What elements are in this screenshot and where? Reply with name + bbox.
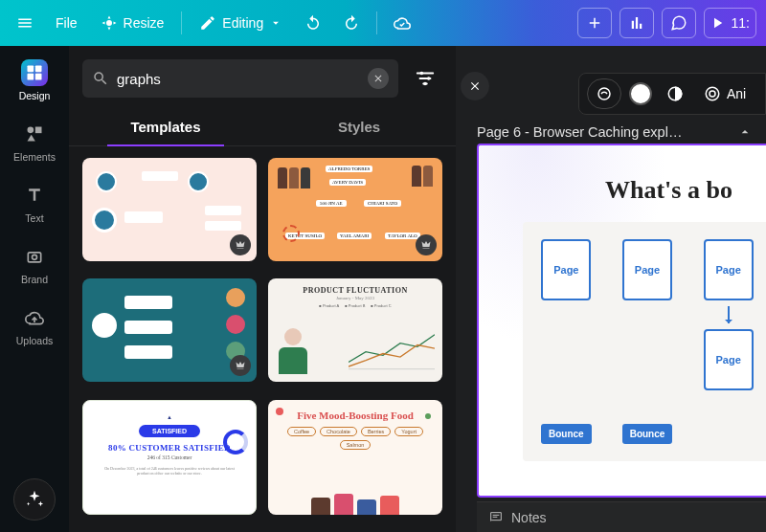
svg-point-4 xyxy=(28,127,34,134)
template-card[interactable] xyxy=(82,278,257,382)
search-input[interactable] xyxy=(117,71,360,87)
nav-brand-label: Brand xyxy=(21,274,48,285)
nav-text[interactable]: Text xyxy=(4,176,65,230)
thumb-subtitle: January - May 2023 xyxy=(276,296,435,300)
page-box: Page xyxy=(622,239,672,300)
notes-label: Notes xyxy=(511,510,547,525)
color-swatch[interactable] xyxy=(629,82,652,105)
divider xyxy=(181,11,182,34)
tab-styles[interactable]: Styles xyxy=(262,107,456,145)
filter-button[interactable] xyxy=(408,61,442,96)
search-box[interactable] xyxy=(82,59,398,98)
svg-point-12 xyxy=(598,88,610,100)
thumb-badge: SATISFIED xyxy=(139,425,200,437)
slide-title: What's a bo xyxy=(605,176,732,205)
svg-point-9 xyxy=(427,77,431,80)
thumb-title: PRODUCT FLUCTUATION xyxy=(276,286,435,295)
magic-button[interactable] xyxy=(13,478,56,521)
timer-label: 11: xyxy=(732,15,750,31)
page-label-row: Page 6 - Browser Caching expl… xyxy=(477,121,756,144)
chip: Yogurt xyxy=(394,427,423,436)
menu-button[interactable] xyxy=(8,6,42,40)
template-card[interactable]: ALFREDO TORRES AVERY DAVIS 500 JIN AE CH… xyxy=(268,158,442,261)
editing-mode[interactable]: Editing xyxy=(190,6,292,40)
svg-point-7 xyxy=(33,255,37,259)
add-button[interactable] xyxy=(577,8,612,38)
redo-button[interactable] xyxy=(334,6,369,40)
search-icon xyxy=(92,70,109,87)
cloud-sync-icon[interactable] xyxy=(385,6,419,40)
svg-rect-6 xyxy=(28,253,40,262)
analytics-button[interactable] xyxy=(620,8,654,38)
thumb-label: AVERY DAVIS xyxy=(329,179,366,186)
comment-button[interactable] xyxy=(662,8,696,38)
svg-rect-3 xyxy=(35,74,42,80)
thumb-label: 500 JIN AE xyxy=(316,200,347,207)
chip: Chocolate xyxy=(320,427,357,436)
page-box: Page xyxy=(541,239,591,300)
top-toolbar: File Resize Editing 11: xyxy=(0,0,766,46)
svg-rect-1 xyxy=(35,66,42,73)
svg-point-10 xyxy=(423,82,427,86)
bounce-label: Bounce xyxy=(541,424,592,444)
template-card[interactable]: ▲ SATISFIED 80% CUSTOMER SATISFIED 246 o… xyxy=(82,400,257,515)
editing-label: Editing xyxy=(222,15,263,31)
animate-label: Ani xyxy=(727,86,746,101)
template-card[interactable] xyxy=(82,158,257,261)
present-button[interactable]: 11: xyxy=(704,8,756,38)
template-card[interactable]: PRODUCT FLUCTUATION January - May 2023 ■… xyxy=(268,278,442,382)
left-nav: Design Elements Text Brand Uploads xyxy=(0,46,69,532)
page-box: Page xyxy=(704,329,754,390)
thumb-label: CHIAKI SATO xyxy=(364,200,401,207)
nav-uploads[interactable]: Uploads xyxy=(4,299,65,352)
resize-button[interactable]: Resize xyxy=(91,6,174,40)
chip: Salmon xyxy=(340,440,372,450)
nav-brand[interactable]: Brand xyxy=(4,237,65,291)
thumb-label: YAEL AMARI xyxy=(337,233,372,239)
clear-search-button[interactable] xyxy=(368,68,389,89)
diagram: Page Bounce Page Bounce Page Page xyxy=(523,222,766,461)
thumb-label: ALFREDO TORRES xyxy=(326,166,372,172)
nav-design-label: Design xyxy=(19,90,51,101)
svg-rect-2 xyxy=(28,74,34,80)
pro-badge-icon xyxy=(416,234,437,255)
close-panel-button[interactable] xyxy=(461,72,489,100)
design-panel: Templates Styles xyxy=(69,46,456,532)
pro-badge-icon xyxy=(230,234,251,255)
svg-rect-0 xyxy=(28,66,34,73)
nav-elements[interactable]: Elements xyxy=(4,115,65,168)
svg-rect-5 xyxy=(35,127,42,134)
thumb-title: Five Mood-Boosting Food xyxy=(278,410,433,421)
collapse-page-button[interactable] xyxy=(733,121,756,144)
notes-bar[interactable]: Notes xyxy=(477,501,766,532)
thumb-fine: On December 2023, a total of 246 custome… xyxy=(93,466,246,476)
context-toolbar: Ani xyxy=(578,73,766,115)
edit-shape-button[interactable] xyxy=(587,78,621,109)
transparency-button[interactable] xyxy=(660,78,690,109)
resize-label: Resize xyxy=(124,15,165,31)
chip: Berries xyxy=(361,427,391,436)
notes-icon xyxy=(488,510,504,525)
page-label: Page 6 - Browser Caching expl… xyxy=(477,124,682,140)
page-box: Page xyxy=(704,239,754,300)
thumb-sub: 246 of 315 Customer xyxy=(93,454,246,460)
undo-button[interactable] xyxy=(296,6,330,40)
nav-design[interactable]: Design xyxy=(4,54,65,107)
svg-point-8 xyxy=(420,72,424,76)
arrow-icon xyxy=(728,306,730,323)
divider xyxy=(376,11,377,34)
chip: Coffee xyxy=(287,427,316,436)
panel-tabs: Templates Styles xyxy=(69,107,456,146)
svg-point-14 xyxy=(706,87,719,100)
thumb-label: TAYLOR ALO xyxy=(385,233,420,239)
nav-text-label: Text xyxy=(25,212,43,224)
animate-button[interactable]: Ani xyxy=(698,85,752,102)
canvas-page[interactable]: What's a bo Page Bounce Page Bounce Page… xyxy=(477,144,766,498)
nav-elements-label: Elements xyxy=(13,151,56,163)
template-grid: ALFREDO TORRES AVERY DAVIS 500 JIN AE CH… xyxy=(69,146,456,532)
svg-point-15 xyxy=(710,91,715,97)
template-card[interactable]: Five Mood-Boosting Food Coffee Chocolate… xyxy=(268,400,442,515)
file-menu[interactable]: File xyxy=(46,6,87,40)
nav-uploads-label: Uploads xyxy=(16,335,54,346)
tab-templates[interactable]: Templates xyxy=(69,107,262,145)
